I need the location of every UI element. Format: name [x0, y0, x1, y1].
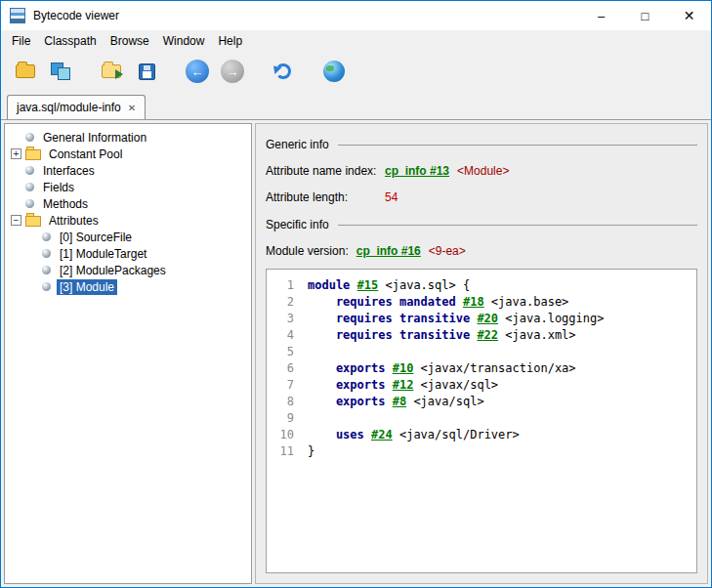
constant-pool-link[interactable]: #22 [477, 327, 498, 344]
attribute-name-index-row: Attribute name index: cp_info #13 <Modul… [266, 164, 697, 178]
node-icon [42, 282, 51, 291]
attribute-name-index-label: Attribute name index: [266, 164, 385, 178]
specific-info-title: Specific info [266, 218, 329, 231]
reload-icon [275, 63, 291, 79]
code-line: 7 exports #12 <javax/sql> [276, 377, 687, 394]
close-tab-icon[interactable]: ✕ [128, 103, 136, 113]
tree-item-moduletarget[interactable]: [1] ModuleTarget [5, 245, 251, 262]
save-button[interactable] [130, 55, 163, 88]
module-version-label: Module version: [266, 244, 349, 258]
module-code-view[interactable]: 1 module #15 <java.sql> { 2 requires man… [266, 269, 697, 573]
tab-strip: java.sql/module-info ✕ [1, 91, 711, 120]
code-keyword: requires transitive [308, 311, 477, 327]
tree-item-label: Interfaces [40, 163, 98, 179]
constant-pool-link[interactable]: #12 [393, 377, 414, 394]
constant-pool-link[interactable]: #20 [477, 311, 498, 327]
app-window: Bytecode viewer – □ ✕ File Classpath Bro… [0, 0, 712, 588]
tree-item-general-information[interactable]: General Information [5, 129, 251, 146]
line-number: 8 [276, 394, 294, 410]
tree-item-label: Methods [40, 196, 91, 212]
forward-button[interactable]: → [216, 55, 249, 88]
open-file-button[interactable] [9, 55, 42, 88]
header-rule [338, 145, 697, 146]
back-button[interactable]: ← [181, 55, 214, 88]
code-text: <java/sql/Driver> [393, 427, 520, 443]
line-number: 4 [276, 327, 294, 344]
constant-pool-link[interactable]: #24 [371, 427, 393, 443]
tree-item-methods[interactable]: Methods [5, 195, 251, 212]
tree-item-module[interactable]: [3] Module [5, 278, 251, 295]
open-recent-button[interactable] [95, 55, 128, 88]
tree-item-constant-pool[interactable]: + Constant Pool [5, 146, 251, 162]
constant-pool-link[interactable]: #18 [463, 294, 484, 311]
tree-item-label: [1] ModuleTarget [57, 246, 149, 262]
code-keyword: requires mandated [308, 294, 463, 311]
node-icon [25, 166, 34, 175]
constant-pool-link[interactable]: #8 [393, 394, 406, 410]
code-keyword: exports [308, 360, 393, 377]
tree-item-label: General Information [40, 130, 149, 146]
code-text: <java.logging> [498, 311, 604, 327]
constant-pool-link[interactable]: #15 [357, 277, 379, 294]
menu-bar: File Classpath Browse Window Help [1, 30, 711, 52]
code-text: <java.base> [484, 294, 569, 311]
attribute-length-row: Attribute length: 54 [266, 190, 697, 204]
menu-browse[interactable]: Browse [104, 31, 156, 51]
header-rule [338, 225, 697, 226]
code-line: 8 exports #8 <java/sql> [276, 394, 687, 410]
maximize-button[interactable]: □ [623, 2, 667, 30]
forward-icon: → [221, 60, 244, 83]
code-keyword: exports [308, 377, 393, 394]
web-button[interactable] [317, 55, 351, 88]
open-recent-icon [102, 64, 121, 78]
menu-file[interactable]: File [5, 31, 37, 51]
detail-panel: Generic info Attribute name index: cp_in… [255, 123, 708, 584]
tree-item-label: Fields [40, 180, 77, 195]
node-icon [42, 232, 51, 241]
tree-item-interfaces[interactable]: Interfaces [5, 162, 251, 179]
expand-toggle-icon[interactable]: + [11, 148, 21, 159]
node-icon [25, 133, 34, 142]
minimize-button[interactable]: – [579, 2, 623, 30]
line-number: 1 [276, 277, 294, 294]
open-file-icon [16, 64, 35, 78]
line-number: 5 [276, 344, 294, 360]
line-number: 2 [276, 294, 294, 311]
collapse-toggle-icon[interactable]: − [11, 215, 21, 226]
browse-classpath-button[interactable] [44, 55, 77, 88]
node-icon [42, 266, 51, 274]
tree-item-fields[interactable]: Fields [5, 179, 251, 195]
title-bar[interactable]: Bytecode viewer – □ ✕ [1, 1, 711, 30]
reload-button[interactable] [267, 55, 300, 88]
cp-info-16-link[interactable]: cp_info #16 [356, 244, 421, 258]
code-line: 4 requires transitive #22 <java.xml> [276, 327, 687, 344]
back-icon: ← [186, 60, 209, 83]
code-text: } [308, 443, 314, 460]
toolbar: ← → [1, 52, 711, 91]
attribute-length-value: 54 [385, 190, 398, 204]
code-keyword: uses [308, 427, 371, 443]
code-line: 6 exports #10 <javax/transaction/xa> [276, 360, 687, 377]
folder-icon [25, 149, 41, 160]
constant-pool-link[interactable]: #10 [393, 360, 414, 377]
line-number: 11 [276, 443, 294, 460]
menu-classpath[interactable]: Classpath [37, 31, 103, 51]
line-number: 9 [276, 410, 294, 427]
specific-info-header: Specific info [266, 218, 697, 231]
tree-item-modulepackages[interactable]: [2] ModulePackages [5, 262, 251, 278]
code-text: <javax/transaction/xa> [413, 360, 575, 377]
code-text: <java.xml> [498, 327, 575, 344]
tree-item-sourcefile[interactable]: [0] SourceFile [5, 229, 251, 245]
code-line: 10 uses #24 <java/sql/Driver> [276, 427, 687, 443]
menu-help[interactable]: Help [211, 31, 249, 51]
cp-info-13-link[interactable]: cp_info #13 [385, 164, 449, 178]
tree-item-attributes[interactable]: − Attributes [5, 212, 251, 229]
module-version-annotation: <9-ea> [429, 244, 466, 258]
tab-java-sql-module-info[interactable]: java.sql/module-info ✕ [7, 95, 146, 119]
node-icon [25, 199, 34, 208]
structure-tree[interactable]: General Information + Constant Pool Inte… [4, 123, 252, 584]
app-icon [10, 8, 25, 23]
attribute-length-label: Attribute length: [266, 190, 385, 204]
menu-window[interactable]: Window [156, 31, 212, 51]
close-button[interactable]: ✕ [667, 2, 711, 30]
